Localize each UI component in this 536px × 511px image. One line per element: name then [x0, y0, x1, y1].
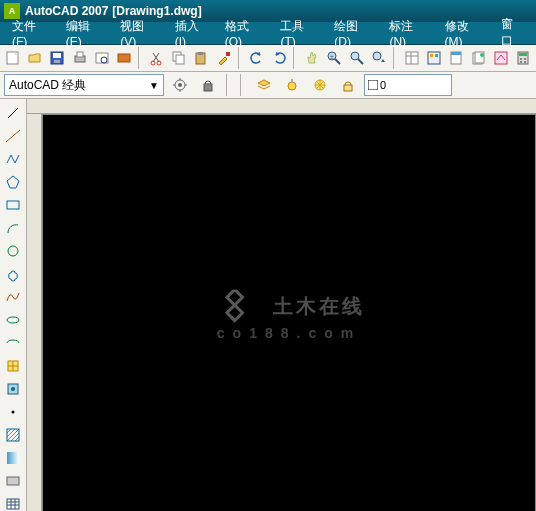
- svg-rect-60: [7, 477, 19, 485]
- work-area: 土木在线 co188.com: [0, 99, 536, 511]
- layer-manager-button[interactable]: [252, 73, 276, 97]
- redo-button[interactable]: [269, 46, 289, 70]
- svg-rect-26: [430, 54, 433, 57]
- svg-rect-27: [435, 54, 438, 57]
- svg-rect-66: [227, 289, 243, 305]
- properties-button[interactable]: [402, 46, 422, 70]
- svg-rect-12: [176, 55, 184, 64]
- match-props-button[interactable]: [214, 46, 234, 70]
- svg-rect-3: [54, 60, 60, 63]
- svg-line-48: [8, 108, 18, 118]
- svg-line-20: [358, 59, 363, 64]
- svg-point-36: [520, 58, 522, 60]
- insert-block-tool[interactable]: [1, 355, 25, 376]
- polyline-tool[interactable]: [1, 148, 25, 169]
- svg-point-53: [7, 317, 19, 323]
- make-block-tool[interactable]: [1, 378, 25, 399]
- workspace-combo[interactable]: AutoCAD 经典 ▼: [4, 74, 164, 96]
- point-tool[interactable]: [1, 401, 25, 422]
- tool-palettes-button[interactable]: [446, 46, 466, 70]
- layer-freeze-icon[interactable]: [308, 73, 332, 97]
- revision-cloud-tool[interactable]: [1, 263, 25, 284]
- svg-point-56: [11, 387, 15, 391]
- zoom-window-button[interactable]: [347, 46, 367, 70]
- print-button[interactable]: [69, 46, 89, 70]
- draw-toolbar: [0, 99, 27, 511]
- drawing-viewport-wrap: 土木在线 co188.com: [27, 99, 536, 511]
- layer-current-name: 0: [380, 79, 386, 91]
- svg-point-32: [480, 53, 484, 57]
- drawing-canvas[interactable]: 土木在线 co188.com: [42, 114, 536, 511]
- new-button[interactable]: [3, 46, 23, 70]
- svg-rect-8: [118, 54, 130, 62]
- save-button[interactable]: [47, 46, 67, 70]
- watermark: 土木在线 co188.com: [213, 289, 366, 340]
- construction-line-tool[interactable]: [1, 125, 25, 146]
- svg-rect-22: [406, 52, 418, 64]
- svg-rect-33: [495, 52, 507, 64]
- svg-point-21: [373, 52, 381, 60]
- svg-point-38: [520, 61, 522, 63]
- pan-button[interactable]: [302, 46, 322, 70]
- svg-point-19: [351, 52, 359, 60]
- circle-tool[interactable]: [1, 240, 25, 261]
- svg-rect-46: [344, 85, 352, 91]
- svg-text:±: ±: [330, 53, 334, 60]
- line-tool[interactable]: [1, 102, 25, 123]
- svg-point-41: [178, 83, 182, 87]
- svg-line-49: [6, 130, 20, 142]
- svg-rect-5: [77, 52, 83, 57]
- svg-rect-51: [7, 201, 19, 209]
- publish-button[interactable]: [114, 46, 134, 70]
- undo-button[interactable]: [247, 46, 267, 70]
- sheet-set-button[interactable]: [468, 46, 488, 70]
- workspace-settings-button[interactable]: [168, 73, 192, 97]
- paste-button[interactable]: [191, 46, 211, 70]
- arc-tool[interactable]: [1, 217, 25, 238]
- svg-rect-42: [204, 84, 212, 91]
- svg-point-43: [288, 82, 296, 90]
- gradient-tool[interactable]: [1, 447, 25, 468]
- svg-rect-67: [227, 305, 243, 321]
- cut-button[interactable]: [147, 46, 167, 70]
- layer-lock-icon[interactable]: [336, 73, 360, 97]
- ellipse-tool[interactable]: [1, 309, 25, 330]
- watermark-text1: 土木在线: [273, 295, 365, 317]
- zoom-previous-button[interactable]: [369, 46, 389, 70]
- quickcalc-button[interactable]: [513, 46, 533, 70]
- watermark-text2: co188.com: [213, 324, 366, 340]
- workspace-toolbar: AutoCAD 经典 ▼ 0: [0, 72, 536, 99]
- plot-preview-button[interactable]: [92, 46, 112, 70]
- spline-tool[interactable]: [1, 286, 25, 307]
- menu-bar: 文件(F) 编辑(E) 视图(V) 插入(I) 格式(O) 工具(T) 绘图(D…: [0, 22, 536, 45]
- svg-marker-50: [7, 176, 19, 188]
- ellipse-arc-tool[interactable]: [1, 332, 25, 353]
- table-tool[interactable]: [1, 493, 25, 511]
- svg-point-37: [524, 58, 526, 60]
- svg-rect-25: [428, 52, 440, 64]
- mylock-button[interactable]: [196, 73, 220, 97]
- hatch-tool[interactable]: [1, 424, 25, 445]
- layer-on-icon[interactable]: [280, 73, 304, 97]
- markup-button[interactable]: [491, 46, 511, 70]
- polygon-tool[interactable]: [1, 171, 25, 192]
- svg-point-57: [12, 410, 15, 413]
- svg-rect-47: [368, 80, 378, 90]
- layer-combo[interactable]: 0: [364, 74, 452, 96]
- svg-rect-44: [291, 79, 293, 83]
- workspace-label: AutoCAD 经典: [9, 77, 86, 94]
- copy-button[interactable]: [169, 46, 189, 70]
- svg-point-52: [8, 246, 18, 256]
- svg-point-39: [524, 61, 526, 63]
- region-tool[interactable]: [1, 470, 25, 491]
- rectangle-tool[interactable]: [1, 194, 25, 215]
- chevron-down-icon: ▼: [149, 80, 159, 91]
- zoom-realtime-button[interactable]: ±: [324, 46, 344, 70]
- layer-color-swatch: [368, 80, 378, 90]
- svg-rect-35: [519, 53, 527, 56]
- open-button[interactable]: [25, 46, 45, 70]
- svg-rect-29: [451, 52, 461, 55]
- design-center-button[interactable]: [424, 46, 444, 70]
- svg-rect-59: [7, 452, 19, 464]
- svg-rect-14: [198, 52, 203, 55]
